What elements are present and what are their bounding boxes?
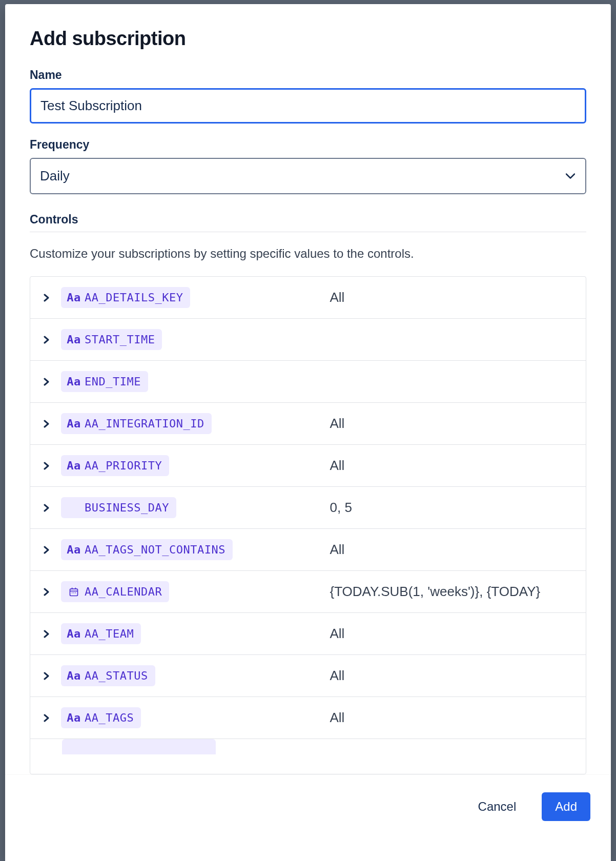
expand-toggle[interactable] <box>36 624 57 644</box>
text-type-icon: Aa <box>68 459 79 472</box>
chevron-right-icon <box>44 378 50 386</box>
add-subscription-modal: Add subscription Name Frequency Daily Co… <box>5 4 611 861</box>
control-row[interactable]: AaBUSINESS_DAY0, 5 <box>30 487 586 529</box>
expand-toggle[interactable] <box>36 372 57 392</box>
control-row[interactable]: AaAA_PRIORITYAll <box>30 445 586 487</box>
expand-toggle[interactable] <box>36 666 57 686</box>
controls-section-desc: Customize your subscriptions by setting … <box>30 247 586 261</box>
svg-point-6 <box>75 592 76 593</box>
expand-toggle[interactable] <box>36 456 57 476</box>
control-param-chip <box>62 739 216 754</box>
control-param-name: AA_CALENDAR <box>85 585 162 598</box>
modal-body: Add subscription Name Frequency Daily Co… <box>5 4 611 774</box>
chevron-right-icon <box>44 462 50 470</box>
control-value: All <box>330 458 586 474</box>
control-row[interactable]: AA_CALENDAR{TODAY.SUB(1, 'weeks')}, {TOD… <box>30 571 586 613</box>
chevron-right-icon <box>44 714 50 722</box>
expand-toggle[interactable] <box>36 540 57 560</box>
svg-rect-0 <box>70 589 78 596</box>
expand-toggle[interactable] <box>36 708 57 728</box>
chevron-right-icon <box>44 546 50 554</box>
controls-section-header: Controls <box>30 213 586 232</box>
modal-title: Add subscription <box>30 28 586 50</box>
name-label: Name <box>30 68 586 82</box>
control-param-chip: AA_CALENDAR <box>61 581 169 602</box>
text-type-icon: Aa <box>68 711 79 724</box>
control-value: All <box>330 542 586 558</box>
control-param-chip: AaAA_PRIORITY <box>61 455 169 476</box>
frequency-label: Frequency <box>30 138 586 152</box>
control-param-name: START_TIME <box>85 333 155 346</box>
expand-toggle[interactable] <box>36 498 57 518</box>
expand-toggle[interactable] <box>36 288 57 308</box>
control-param-name: AA_INTEGRATION_ID <box>85 417 204 430</box>
control-value: All <box>330 416 586 432</box>
control-param-chip: AaSTART_TIME <box>61 329 162 350</box>
text-type-icon: Aa <box>68 417 79 430</box>
control-param-name: AA_TAGS_NOT_CONTAINS <box>85 543 225 556</box>
chevron-right-icon <box>44 294 50 302</box>
control-param-chip: AaAA_INTEGRATION_ID <box>61 413 212 434</box>
control-row[interactable]: AaAA_TEAMAll <box>30 613 586 655</box>
text-type-icon: Aa <box>68 375 79 388</box>
calendar-icon <box>68 587 79 597</box>
control-param-chip: AaAA_TEAM <box>61 623 141 644</box>
control-param-name: END_TIME <box>85 375 141 388</box>
text-type-icon: Aa <box>68 291 79 304</box>
control-row[interactable] <box>30 739 586 754</box>
text-type-icon: Aa <box>68 543 79 556</box>
control-row[interactable]: AaAA_DETAILS_KEYAll <box>30 277 586 319</box>
control-value: All <box>330 710 586 726</box>
control-param-chip: AaAA_DETAILS_KEY <box>61 287 190 308</box>
chevron-right-icon <box>44 630 50 638</box>
text-type-icon: Aa <box>68 333 79 346</box>
modal-footer: Cancel Add <box>5 774 611 861</box>
chevron-right-icon <box>44 336 50 344</box>
control-row[interactable]: AaAA_INTEGRATION_IDAll <box>30 403 586 445</box>
control-value: {TODAY.SUB(1, 'weeks')}, {TODAY} <box>330 584 586 600</box>
control-row[interactable]: AaAA_STATUSAll <box>30 655 586 697</box>
control-row[interactable]: AaEND_TIME <box>30 361 586 403</box>
control-param-name: BUSINESS_DAY <box>85 501 169 514</box>
chevron-right-icon <box>44 420 50 428</box>
control-value: All <box>330 626 586 642</box>
control-param-name: AA_PRIORITY <box>85 459 162 472</box>
control-row[interactable]: AaAA_TAGS_NOT_CONTAINSAll <box>30 529 586 571</box>
frequency-select[interactable]: Daily <box>30 158 586 194</box>
name-input[interactable] <box>30 88 586 124</box>
chevron-right-icon <box>44 588 50 596</box>
control-value: All <box>330 668 586 684</box>
control-param-chip: AaBUSINESS_DAY <box>61 497 176 518</box>
chevron-right-icon <box>44 672 50 680</box>
chevron-right-icon <box>44 504 50 512</box>
frequency-field: Frequency Daily <box>30 138 586 194</box>
control-param-name: AA_TEAM <box>85 627 134 640</box>
control-param-name: AA_DETAILS_KEY <box>85 291 183 304</box>
frequency-value: Daily <box>30 158 586 194</box>
control-row[interactable]: AaAA_TAGSAll <box>30 697 586 739</box>
add-button[interactable]: Add <box>542 792 590 821</box>
cancel-button[interactable]: Cancel <box>465 792 530 821</box>
control-row[interactable]: AaSTART_TIME <box>30 319 586 361</box>
text-type-icon: Aa <box>68 627 79 640</box>
control-param-chip: AaAA_TAGS_NOT_CONTAINS <box>61 539 233 560</box>
expand-toggle[interactable] <box>36 330 57 350</box>
name-field: Name <box>30 68 586 124</box>
control-value: All <box>330 290 586 305</box>
text-type-icon: Aa <box>68 669 79 682</box>
svg-point-4 <box>72 592 73 593</box>
control-param-name: AA_STATUS <box>85 669 148 682</box>
control-param-chip: AaAA_STATUS <box>61 665 155 686</box>
svg-point-5 <box>73 592 74 593</box>
control-value: 0, 5 <box>330 500 586 516</box>
controls-list: AaAA_DETAILS_KEYAllAaSTART_TIMEAaEND_TIM… <box>30 276 586 774</box>
expand-toggle[interactable] <box>36 582 57 602</box>
expand-toggle[interactable] <box>36 414 57 434</box>
control-param-chip: AaAA_TAGS <box>61 707 141 728</box>
control-param-chip: AaEND_TIME <box>61 371 148 392</box>
control-param-name: AA_TAGS <box>85 711 134 724</box>
